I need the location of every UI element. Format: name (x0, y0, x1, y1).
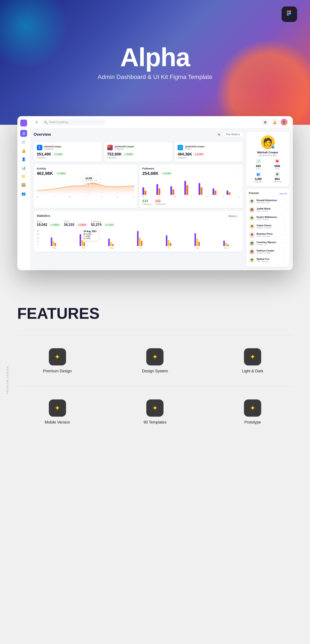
profile-card: 🧑 ✓ Mitchell Cooper @mitchell.cooper 📝 4… (246, 132, 289, 186)
friend-menu-1[interactable]: ⋮ (284, 208, 287, 212)
friend-name-4: Brandon Pena (257, 232, 282, 235)
friend-location-1: Paris, France (257, 210, 282, 212)
week-filter-btn[interactable]: This Week ▾ (223, 132, 243, 137)
friend-location-3: Sydney, Australia (257, 227, 282, 229)
social-cards-row: f mitchell.cooper Facebook 353,49K ↗ 1.4… (34, 142, 243, 162)
sidebar-icon-bell[interactable]: 🔔 (20, 147, 27, 154)
followers-change: ↗ 6.18% (161, 172, 172, 175)
friend-item-6: 👩 Kathryn Cooper Ottawa, Canada ⋮ (249, 248, 287, 256)
followers-x-labels: M T W T F S S (142, 196, 240, 198)
likes-profile-stat: ❤️ 59M Likes (269, 159, 286, 170)
sidebar-icon-cart[interactable]: 🛒 (20, 138, 27, 146)
sidebar-icon-folder[interactable]: 📁 (20, 173, 27, 180)
instagram-stat: 753,90K (107, 152, 122, 156)
following-label: Following (273, 181, 281, 183)
premium-design-label: Premium Design (43, 369, 72, 374)
posts-label: Posts (256, 168, 261, 170)
likes-icon: ❤️ (275, 159, 280, 164)
figma-icon (286, 10, 293, 19)
templates-label: 90 Templates (144, 420, 166, 424)
likes-change: ↘ 3.05% (76, 223, 88, 226)
dashboard-window: ⊞ 🛒 🔔 👤 📊 📁 🖼️ 👥 ≡ 🔍 Search anything... … (18, 116, 293, 270)
friend-menu-4[interactable]: ⋮ (284, 233, 287, 236)
friend-menu-7[interactable]: ⋮ (284, 258, 287, 262)
friend-name-2: Dustin Williamson (257, 216, 282, 218)
instagram-card: 📷 @mitchell.cooper Instagram 753,90K ↗ 4… (104, 142, 172, 162)
twitter-type: Twitter (185, 148, 204, 150)
search-placeholder: Search anything... (49, 121, 70, 124)
friend-menu-2[interactable]: ⋮ (284, 216, 287, 220)
friend-menu-5[interactable]: ⋮ (284, 242, 287, 245)
followers-profile-stat: 👥 5,8M Followers (250, 172, 267, 183)
friend-item-2: 👨 Dustin Williamson Sochi, Russia ⋮ (249, 214, 287, 222)
friend-menu-6[interactable]: ⋮ (284, 250, 287, 254)
twitter-change: ↘ 2.79% (194, 153, 204, 156)
likes-label: Likes (64, 220, 88, 223)
stat-day-thu (126, 231, 154, 246)
posts-icon: 📝 (256, 159, 261, 164)
statistics-chart: 403020100 (37, 229, 240, 246)
activity-x-labels: M T W T F S S (37, 196, 134, 198)
friend-item-1: 👩 Judith Black Paris, France ⋮ (249, 206, 287, 214)
hamburger-icon[interactable]: ≡ (36, 120, 38, 124)
week-label: This Week (226, 133, 238, 136)
instagram-logo: 📷 (107, 145, 113, 150)
x-label-fri: Fri (155, 247, 183, 249)
mobile-version-label: Mobile Version (45, 420, 70, 424)
friend-menu-3[interactable]: ⋮ (284, 225, 287, 228)
friend-avatar-5: 👩 (249, 240, 255, 246)
friend-avatar-6: 👩 (249, 249, 255, 255)
friend-info-1: Judith Black Paris, France (257, 207, 282, 212)
bell-action-btn[interactable]: 🔔 (271, 119, 278, 126)
overview-header: Overview 🔖 This Week ▾ (34, 132, 243, 137)
likes-stat: Likes 34,310 ↘ 3.05% (64, 220, 88, 227)
unfollowed-count: 152 (155, 199, 166, 203)
followers-menu-icon[interactable]: ··· (237, 167, 240, 171)
see-all-link[interactable]: See all (280, 192, 287, 195)
friend-avatar-1: 👩 (249, 207, 255, 213)
feature-icon-premium: ✦ (49, 348, 66, 366)
facebook-handle: mitchell.cooper (44, 145, 62, 148)
stat-day-sat (184, 233, 211, 246)
sidebar-icon-user[interactable]: 👤 (20, 156, 27, 162)
feature-icon-design-system: ✦ (146, 348, 164, 366)
svg-rect-1 (287, 12, 289, 15)
bookmark-icon[interactable]: 🔖 (217, 132, 221, 136)
followers-count: 834 (142, 199, 152, 203)
features-section: PREMIUM DESIGN FEATURES ✦ Premium Design… (0, 287, 310, 442)
x-label-sat: Sat (184, 247, 211, 249)
search-bar[interactable]: 🔍 Search anything... (41, 120, 106, 125)
dashboard-right: 🧑 ✓ Mitchell Cooper @mitchell.cooper 📝 4… (246, 132, 289, 267)
statistics-week-btn[interactable]: Week ▾ (226, 214, 240, 219)
profile-name: Mitchell Cooper (257, 151, 278, 154)
statistics-tooltip-date: 23 Aug, 2021 (84, 230, 96, 232)
friend-location-5: London, UK (257, 244, 282, 246)
activity-menu-icon[interactable]: ··· (131, 167, 134, 171)
sidebar-icon-image[interactable]: 🖼️ (20, 182, 27, 188)
instagram-label: Followers (107, 156, 169, 159)
dashboard-left: Overview 🔖 This Week ▾ (34, 132, 243, 267)
statistics-items: Share 19,042 ↗ 4.85% Likes 34,310 (37, 220, 240, 227)
comments-label: Comments (91, 220, 115, 223)
activity-tooltip: $1.000 23 August, 2021 (84, 176, 100, 183)
friend-name-5: Courtney Nguyen (257, 241, 282, 244)
sidebar-icon-users[interactable]: 👥 (20, 190, 27, 197)
grid-action-btn[interactable]: ⊞ (262, 119, 269, 126)
x-label-thu: Thu (127, 247, 154, 249)
chevron-down-icon: ▾ (239, 133, 240, 136)
following-stat: ➕ 864 Following (269, 172, 286, 183)
friend-info-0: Ronald Robertson New York, USA (257, 199, 282, 204)
profile-avatar: 🧑 ✓ (261, 135, 275, 149)
friend-location-2: Sochi, Russia (257, 218, 282, 220)
friend-menu-0[interactable]: ⋮ (284, 200, 287, 203)
sidebar-icon-grid[interactable]: ⊞ (20, 130, 27, 137)
friend-avatar-2: 👨 (249, 215, 255, 221)
facebook-stat: 353,49K (37, 152, 52, 156)
friend-avatar-7: 👨 (249, 257, 255, 263)
x-label-mon: Mon (41, 247, 68, 249)
followers-title: Followers (142, 167, 154, 170)
header-avatar[interactable]: 👤 (281, 119, 288, 126)
x-label-wed: Wed (98, 247, 126, 249)
following-icon: ➕ (275, 172, 280, 177)
sidebar-icon-chart[interactable]: 📊 (20, 164, 27, 171)
